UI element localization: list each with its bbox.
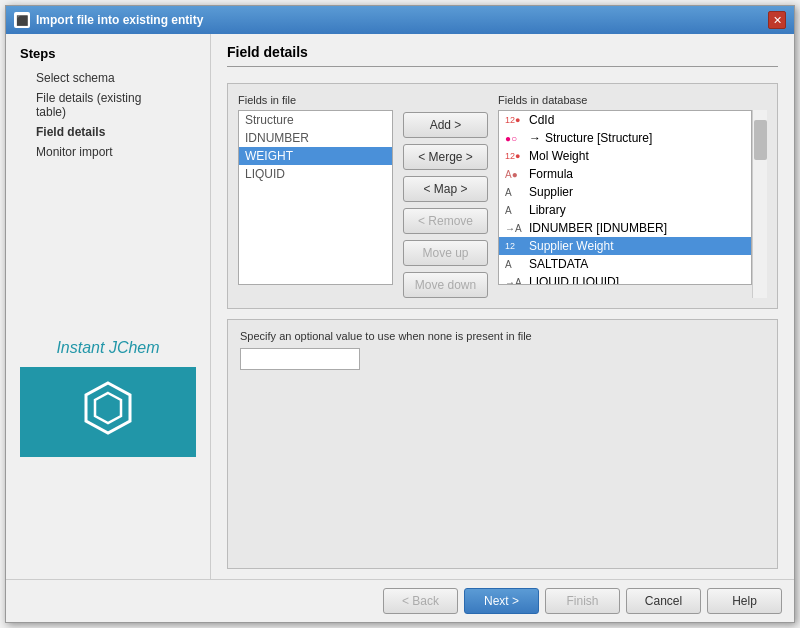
steps-list: Select schema File details (existingtabl… xyxy=(20,71,196,159)
db-item[interactable]: →A IDNUMBER [IDNUMBER] xyxy=(499,219,751,237)
db-item-label: CdId xyxy=(529,113,554,127)
add-button[interactable]: Add > xyxy=(403,112,488,138)
optional-label: Specify an optional value to use when no… xyxy=(240,330,765,342)
fields-in-file-panel: Fields in file Structure IDNUMBER WEIGHT… xyxy=(238,94,393,298)
fields-in-file-label: Fields in file xyxy=(238,94,393,106)
db-item-label: Mol Weight xyxy=(529,149,589,163)
db-item-label: LIQUID [LIQUID] xyxy=(529,275,619,285)
remove-button[interactable]: < Remove xyxy=(403,208,488,234)
list-item[interactable]: Structure xyxy=(239,111,392,129)
db-item-label: SALTDATA xyxy=(529,257,588,271)
db-item[interactable]: A SALTDATA xyxy=(499,255,751,273)
fields-in-db-list[interactable]: 12● CdId ●○ → Structure [Structure] 12● … xyxy=(498,110,752,285)
back-button[interactable]: < Back xyxy=(383,588,458,614)
db-item-label: Supplier Weight xyxy=(529,239,614,253)
db-item-label: Structure [Structure] xyxy=(545,131,652,145)
title-bar: ⬛ Import file into existing entity ✕ xyxy=(6,6,794,34)
move-down-button[interactable]: Move down xyxy=(403,272,488,298)
db-item-icon: A● xyxy=(505,169,525,180)
db-item-label: Library xyxy=(529,203,566,217)
logo-icon xyxy=(78,378,138,447)
help-button[interactable]: Help xyxy=(707,588,782,614)
list-item[interactable]: IDNUMBER xyxy=(239,129,392,147)
content-area: Steps Select schema File details (existi… xyxy=(6,34,794,579)
db-item[interactable]: A Supplier xyxy=(499,183,751,201)
fields-in-file-list[interactable]: Structure IDNUMBER WEIGHT LIQUID xyxy=(238,110,393,285)
db-item-icon: 12● xyxy=(505,115,525,125)
merge-button[interactable]: < Merge > xyxy=(403,144,488,170)
fields-in-db-label: Fields in database xyxy=(498,94,767,106)
sidebar: Steps Select schema File details (existi… xyxy=(6,34,211,579)
main-panel: Field details Fields in file Structure I… xyxy=(211,34,794,579)
move-up-button[interactable]: Move up xyxy=(403,240,488,266)
db-item[interactable]: 12● CdId xyxy=(499,111,751,129)
close-button[interactable]: ✕ xyxy=(768,11,786,29)
brand-label: Instant JChem xyxy=(20,339,196,357)
panel-title: Field details xyxy=(227,44,778,67)
db-item-icon: →A xyxy=(505,223,525,234)
step-3: Field details xyxy=(36,125,196,139)
db-scrollbar[interactable] xyxy=(752,110,767,298)
db-item-label: Supplier xyxy=(529,185,573,199)
step-2: File details (existingtable) xyxy=(36,91,196,119)
db-item[interactable]: A Library xyxy=(499,201,751,219)
finish-button[interactable]: Finish xyxy=(545,588,620,614)
list-item[interactable]: WEIGHT xyxy=(239,147,392,165)
fields-section: Fields in file Structure IDNUMBER WEIGHT… xyxy=(227,83,778,309)
optional-value-section: Specify an optional value to use when no… xyxy=(227,319,778,569)
db-item[interactable]: ●○ → Structure [Structure] xyxy=(499,129,751,147)
db-item-icon: 12● xyxy=(505,151,525,161)
next-button[interactable]: Next > xyxy=(464,588,539,614)
action-buttons: Add > < Merge > < Map > < Remove Move up… xyxy=(403,94,488,298)
dialog-icon: ⬛ xyxy=(14,12,30,28)
step-1: Select schema xyxy=(36,71,196,85)
db-item-arrow: → xyxy=(529,131,541,145)
dialog-title: Import file into existing entity xyxy=(36,13,203,27)
fields-in-db-panel: Fields in database 12● CdId ●○ → Structu… xyxy=(498,94,767,298)
db-item-icon: A xyxy=(505,187,525,198)
db-item[interactable]: →A LIQUID [LIQUID] xyxy=(499,273,751,285)
db-item-icon: →A xyxy=(505,277,525,286)
step-4: Monitor import xyxy=(36,145,196,159)
db-item-icon: 12 xyxy=(505,241,525,251)
db-item-label: Formula xyxy=(529,167,573,181)
cancel-button[interactable]: Cancel xyxy=(626,588,701,614)
svg-marker-1 xyxy=(95,393,121,423)
db-item-label: IDNUMBER [IDNUMBER] xyxy=(529,221,667,235)
db-item-icon: A xyxy=(505,259,525,270)
db-item[interactable]: 12● Mol Weight xyxy=(499,147,751,165)
steps-title: Steps xyxy=(20,46,196,61)
dialog: ⬛ Import file into existing entity ✕ Ste… xyxy=(5,5,795,623)
list-item[interactable]: LIQUID xyxy=(239,165,392,183)
db-item-selected[interactable]: 12 Supplier Weight xyxy=(499,237,751,255)
optional-value-input[interactable] xyxy=(240,348,360,370)
logo-box xyxy=(20,367,196,457)
map-button[interactable]: < Map > xyxy=(403,176,488,202)
scroll-thumb[interactable] xyxy=(754,120,767,160)
db-item-icon: A xyxy=(505,205,525,216)
db-item-icon: ●○ xyxy=(505,133,525,144)
footer: < Back Next > Finish Cancel Help xyxy=(6,579,794,622)
title-bar-left: ⬛ Import file into existing entity xyxy=(14,12,203,28)
db-item[interactable]: A● Formula xyxy=(499,165,751,183)
svg-marker-0 xyxy=(86,383,130,433)
